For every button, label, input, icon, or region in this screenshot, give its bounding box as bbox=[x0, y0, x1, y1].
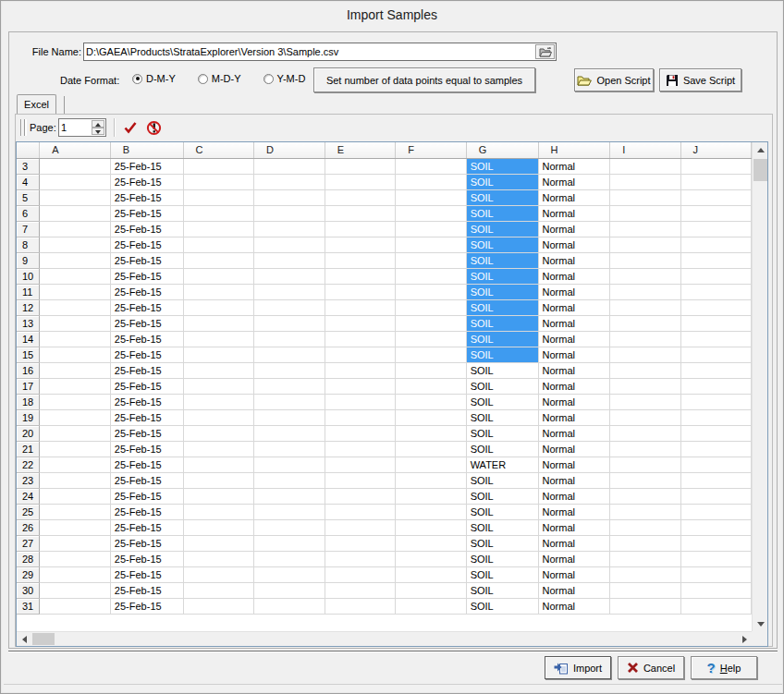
cell-A10[interactable] bbox=[40, 268, 111, 284]
cell-D15[interactable] bbox=[254, 347, 325, 362]
cell-E7[interactable] bbox=[325, 221, 396, 237]
toolbar-gripper[interactable] bbox=[20, 119, 25, 136]
cell-H13[interactable]: Normal bbox=[538, 315, 610, 331]
cell-G6[interactable]: SOIL bbox=[466, 205, 538, 221]
cell-C24[interactable] bbox=[183, 488, 254, 504]
cell-H28[interactable]: Normal bbox=[538, 551, 610, 566]
cell-C8[interactable] bbox=[183, 237, 254, 252]
cell-I13[interactable] bbox=[610, 315, 680, 331]
cell-G23[interactable]: SOIL bbox=[466, 472, 538, 488]
cell-C7[interactable] bbox=[183, 221, 254, 237]
cell-E5[interactable] bbox=[325, 189, 396, 205]
cell-D11[interactable] bbox=[254, 284, 325, 299]
cell-F21[interactable] bbox=[396, 441, 466, 457]
cell-J29[interactable] bbox=[680, 566, 751, 582]
cell-E15[interactable] bbox=[325, 347, 396, 362]
cell-I20[interactable] bbox=[610, 425, 680, 441]
cell-B21[interactable]: 25-Feb-15 bbox=[110, 441, 183, 457]
cell-E11[interactable] bbox=[325, 284, 396, 299]
cell-A25[interactable] bbox=[40, 504, 111, 519]
cell-F5[interactable] bbox=[396, 189, 466, 205]
row-header-19[interactable]: 19 bbox=[17, 409, 40, 425]
cell-J12[interactable] bbox=[680, 299, 751, 315]
cell-H6[interactable]: Normal bbox=[538, 205, 610, 221]
cell-D23[interactable] bbox=[254, 472, 325, 488]
cell-B30[interactable]: 25-Feb-15 bbox=[110, 582, 183, 598]
ignore-button[interactable] bbox=[143, 117, 164, 138]
cell-J22[interactable] bbox=[680, 457, 751, 472]
cell-B6[interactable]: 25-Feb-15 bbox=[110, 205, 183, 221]
cell-C20[interactable] bbox=[183, 425, 254, 441]
cell-B27[interactable]: 25-Feb-15 bbox=[110, 535, 183, 551]
cell-B4[interactable]: 25-Feb-15 bbox=[110, 174, 183, 189]
import-button[interactable]: Import bbox=[545, 656, 611, 679]
cell-D29[interactable] bbox=[254, 566, 325, 582]
cell-J21[interactable] bbox=[680, 441, 751, 457]
cell-C29[interactable] bbox=[183, 566, 254, 582]
cell-J16[interactable] bbox=[680, 362, 751, 378]
cell-A17[interactable] bbox=[40, 378, 111, 394]
scroll-up-button[interactable] bbox=[753, 142, 768, 158]
cell-I4[interactable] bbox=[610, 174, 680, 189]
row-header-11[interactable]: 11 bbox=[17, 284, 40, 299]
cell-D25[interactable] bbox=[254, 504, 325, 519]
cell-H14[interactable]: Normal bbox=[538, 331, 610, 347]
cell-I21[interactable] bbox=[610, 441, 680, 457]
vertical-scrollbar[interactable] bbox=[752, 142, 767, 632]
cell-F25[interactable] bbox=[396, 504, 466, 519]
cell-J11[interactable] bbox=[680, 284, 751, 299]
cell-E3[interactable] bbox=[325, 158, 396, 174]
tab-excel[interactable]: Excel bbox=[17, 94, 56, 114]
cell-A29[interactable] bbox=[40, 566, 111, 582]
cell-F9[interactable] bbox=[396, 252, 466, 268]
grid-corner-cell[interactable] bbox=[17, 142, 40, 158]
cell-G17[interactable]: SOIL bbox=[466, 378, 538, 394]
row-header-30[interactable]: 30 bbox=[17, 582, 40, 598]
cell-C6[interactable] bbox=[183, 205, 254, 221]
cell-H10[interactable]: Normal bbox=[538, 268, 610, 284]
cell-C26[interactable] bbox=[183, 519, 254, 535]
cell-F17[interactable] bbox=[396, 378, 466, 394]
vertical-scroll-thumb[interactable] bbox=[753, 159, 767, 181]
cell-F10[interactable] bbox=[396, 268, 466, 284]
cell-D31[interactable] bbox=[254, 598, 325, 614]
cell-D10[interactable] bbox=[254, 268, 325, 284]
cell-E4[interactable] bbox=[325, 174, 396, 189]
cell-F24[interactable] bbox=[396, 488, 466, 504]
cell-A27[interactable] bbox=[40, 535, 111, 551]
set-data-points-button[interactable]: Set number of data points equal to sampl… bbox=[313, 67, 535, 92]
cell-G28[interactable]: SOIL bbox=[466, 551, 538, 566]
scroll-left-button[interactable] bbox=[17, 632, 31, 647]
row-header-24[interactable]: 24 bbox=[17, 488, 40, 504]
cell-C14[interactable] bbox=[183, 331, 254, 347]
cell-E14[interactable] bbox=[325, 331, 396, 347]
cell-J7[interactable] bbox=[680, 221, 751, 237]
cell-E10[interactable] bbox=[325, 268, 396, 284]
cell-D4[interactable] bbox=[254, 174, 325, 189]
column-header-A[interactable]: A bbox=[40, 142, 111, 158]
cell-E27[interactable] bbox=[325, 535, 396, 551]
cell-A18[interactable] bbox=[40, 394, 111, 409]
cell-F26[interactable] bbox=[396, 519, 466, 535]
cell-I23[interactable] bbox=[610, 472, 680, 488]
cell-I8[interactable] bbox=[610, 237, 680, 252]
cell-E22[interactable] bbox=[325, 457, 396, 472]
cell-A26[interactable] bbox=[40, 519, 111, 535]
cell-D18[interactable] bbox=[254, 394, 325, 409]
cell-D30[interactable] bbox=[254, 582, 325, 598]
cell-E17[interactable] bbox=[325, 378, 396, 394]
cell-G16[interactable]: SOIL bbox=[466, 362, 538, 378]
cell-C17[interactable] bbox=[183, 378, 254, 394]
cell-B14[interactable]: 25-Feb-15 bbox=[110, 331, 183, 347]
cell-E16[interactable] bbox=[325, 362, 396, 378]
cell-D22[interactable] bbox=[254, 457, 325, 472]
row-header-21[interactable]: 21 bbox=[17, 441, 40, 457]
cell-F18[interactable] bbox=[396, 394, 466, 409]
radio-mdy-circle[interactable] bbox=[198, 74, 208, 84]
cell-A31[interactable] bbox=[40, 598, 111, 614]
cell-D6[interactable] bbox=[254, 205, 325, 221]
cell-F19[interactable] bbox=[396, 409, 466, 425]
cell-C11[interactable] bbox=[183, 284, 254, 299]
cell-C25[interactable] bbox=[183, 504, 254, 519]
cell-D24[interactable] bbox=[254, 488, 325, 504]
